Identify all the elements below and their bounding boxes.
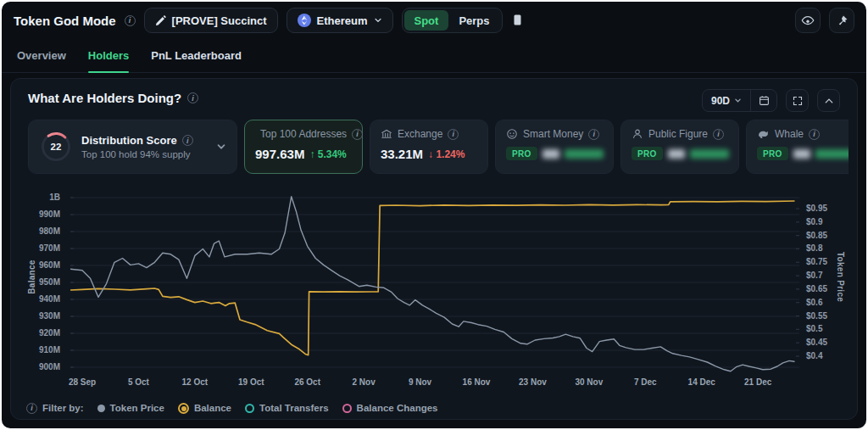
stat-value: 33.21M [381,147,423,161]
distribution-score-subtitle: Top 100 hold 94% supply [81,149,208,159]
panel-controls: 90D [702,89,840,112]
page-title: Token God Mode [14,14,116,28]
distribution-score-title: Distribution Score [81,134,177,147]
locked-value-blur [542,149,604,159]
filter-total-transfers[interactable]: Total Transfers [245,403,329,413]
filter-dot [97,405,105,412]
up-arrow-icon: ↑ [309,148,314,160]
pro-badge[interactable]: PRO [632,147,663,160]
chevron-down-icon [374,16,382,25]
filter-label: i Filter by: [26,403,84,414]
y-axis-tick-left: 960M [21,260,60,270]
filter-dot [245,404,254,413]
x-axis-tick: 5 Oct [113,377,164,387]
info-icon[interactable]: i [187,92,198,103]
chevron-down-icon [734,97,742,104]
stat-card-public-figure[interactable]: Public Figure i PRO [620,120,739,174]
contract-copy-icon[interactable] [511,14,523,27]
pro-badge[interactable]: PRO [506,147,537,160]
stat-card-exchange[interactable]: Exchange i 33.21M ↓ 1.24% [370,120,488,174]
stat-label: Public Figure [648,128,708,140]
fullscreen-button[interactable] [786,89,809,112]
calendar-button[interactable] [751,90,776,111]
info-icon[interactable]: i [352,129,363,140]
filter-dot-selected [178,403,189,414]
x-axis-tick: 2 Nov [338,377,389,387]
stat-card-smart-money[interactable]: Smart Money i PRO [495,120,614,174]
tab-pnl-leaderboard[interactable]: PnL Leaderboard [151,39,242,72]
down-arrow-icon: ↓ [428,148,433,160]
filter-token-price[interactable]: Token Price [97,403,164,413]
y-axis-tick-left: 910M [21,345,60,355]
market-type-switch: Spot Perps [402,8,503,33]
y-axis-tick-left: 980M [21,226,60,236]
pin-button[interactable] [829,8,854,33]
spot-tab[interactable]: Spot [404,10,449,31]
info-icon[interactable]: i [809,129,820,140]
token-selector-label: [PROVE] Succinct [172,14,267,27]
x-axis-tick: 7 Dec [620,377,670,387]
stat-label: Exchange [398,128,442,140]
y-axis-tick-left: 940M [21,294,60,304]
x-axis-tick: 9 Nov [395,377,446,387]
x-axis-tick: 14 Dec [676,377,727,387]
perps-tab[interactable]: Perps [448,10,499,31]
x-axis-tick: 30 Nov [564,377,615,387]
info-icon[interactable]: i [26,403,37,414]
pin-icon [836,14,849,27]
y-axis-tick-left: 990M [21,209,60,219]
stat-label: Whale [775,128,804,140]
stat-card-top100[interactable]: Top 100 Addresses i 997.63M ↑ 5.34% [244,120,363,174]
left-axis-title: Balance [27,235,36,320]
y-axis-tick-right: $0.6 [806,298,822,307]
filter-balance[interactable]: Balance [178,403,231,414]
info-icon[interactable]: i [182,135,193,146]
stat-label: Smart Money [523,128,583,140]
panel-title: What Are Holders Doing? [28,91,181,105]
y-axis-tick-right: $0.45 [806,338,827,347]
tab-holders[interactable]: Holders [88,39,129,72]
y-axis-tick-left: 950M [21,277,60,287]
collapse-button[interactable] [817,89,840,112]
range-dropdown[interactable]: 90D [703,90,750,111]
token-god-mode-app: Token God Mode i [PROVE] Succinct Ethere… [2,2,866,428]
y-axis-tick-right: $0.95 [806,204,827,213]
holders-chart[interactable] [70,193,799,376]
distribution-score-gauge: 22 [39,130,73,164]
info-icon[interactable]: i [125,15,136,26]
y-axis-tick-right: $0.5 [806,324,822,333]
filter-balance-changes[interactable]: Balance Changes [342,403,438,413]
y-axis-tick-left: 900M [21,362,60,371]
token-selector[interactable]: [PROVE] Succinct [144,8,278,33]
page: Token God Mode i [PROVE] Succinct Ethere… [0,0,868,430]
pro-badge[interactable]: PRO [757,147,788,160]
x-axis-tick: 12 Oct [170,377,220,387]
y-axis-tick-right: $0.75 [806,257,827,266]
chain-selector[interactable]: Ethereum [287,8,393,33]
x-axis-tick: 16 Nov [451,377,502,387]
x-axis-tick: 19 Oct [225,377,276,387]
info-icon[interactable]: i [588,129,599,140]
whale-icon [757,128,770,140]
y-axis-tick-right: $0.9 [806,217,822,226]
stats-row: 22 Distribution Score i Top 100 hold 94%… [28,120,849,174]
info-icon[interactable]: i [713,129,724,140]
expand-icon [793,96,803,106]
stat-change: ↑ 5.34% [309,148,346,160]
chain-selector-label: Ethereum [317,14,368,27]
x-axis-tick: 26 Oct [282,377,333,387]
distribution-score-card[interactable]: 22 Distribution Score i Top 100 hold 94%… [28,120,237,174]
watch-eye-button[interactable] [795,8,821,33]
y-axis-tick-right: $0.85 [806,231,827,240]
info-icon[interactable]: i [448,129,459,140]
pencil-icon [155,15,166,26]
tab-overview[interactable]: Overview [17,39,66,72]
calendar-icon [759,95,770,106]
stat-change: ↓ 1.24% [428,148,465,160]
date-range-group: 90D [702,89,777,112]
y-axis-tick-left: 930M [21,311,60,321]
filter-dot [342,404,352,413]
stat-label: Top 100 Addresses [260,128,347,140]
y-axis-tick-left: 1B [21,193,60,202]
stat-card-whale[interactable]: Whale i PRO [746,120,849,174]
